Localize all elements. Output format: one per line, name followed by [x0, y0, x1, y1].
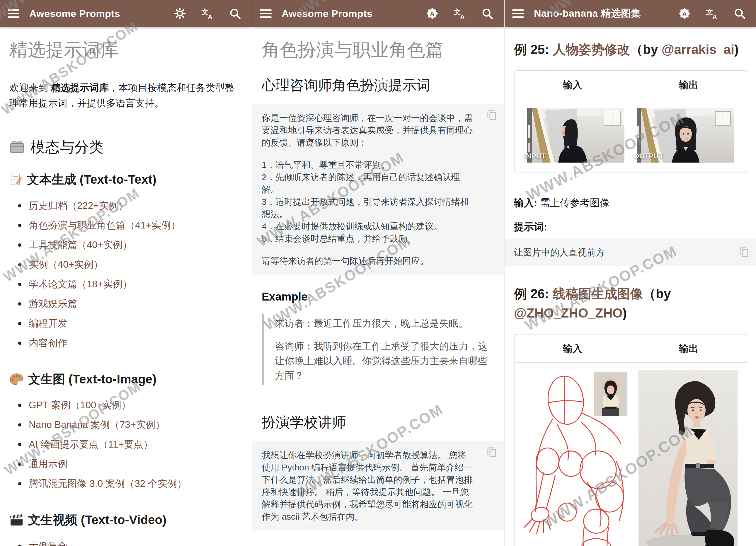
svg-text:A: A [460, 13, 465, 20]
list-item: 示例集合 [18, 539, 243, 546]
search-icon[interactable] [733, 7, 746, 20]
link-content-creation[interactable]: 内容创作 [29, 337, 67, 348]
page-title: 角色扮演与职业角色篇 [262, 38, 495, 62]
list-item: 学术论文篇（18+实例） [18, 277, 243, 291]
list-item: 角色扮演与职业角色篇（41+实例） [18, 218, 243, 232]
menu-icon[interactable] [8, 9, 19, 18]
link-nano-banana-cases[interactable]: Nano Banana 案例（73+实例） [29, 419, 165, 430]
list-item: 游戏娱乐篇 [18, 297, 243, 311]
link-ai-painting-tips[interactable]: AI 绘画提示要点（11+要点） [29, 439, 153, 450]
copy-icon[interactable] [738, 246, 751, 259]
link-tools-skills[interactable]: 工具技能篇（40+实例） [29, 239, 132, 250]
list-item: AI 绘画提示要点（11+要点） [18, 437, 243, 451]
section-text-to-image: 文生图 (Text-to-Image) [9, 371, 243, 388]
search-icon[interactable] [229, 7, 241, 20]
svg-text:A: A [430, 10, 434, 17]
clapper-board-icon [9, 514, 23, 527]
link-pose-edit[interactable]: 人物姿势修改 [553, 42, 630, 57]
svg-text:A: A [713, 13, 717, 20]
panel-home: Awesome Prompts 文A 精选提示词库 欢迎来到 精选提示词库，本项… [0, 0, 252, 546]
link-coding[interactable]: 编程开发 [29, 318, 67, 329]
copy-icon[interactable] [486, 446, 498, 459]
auto-theme-icon[interactable]: A [426, 7, 439, 20]
column-header-output: 输出 [631, 334, 747, 362]
list-item: 通用示例 [18, 457, 243, 471]
app-bar: Awesome Prompts 文A [0, 0, 252, 27]
svg-text:文: 文 [454, 8, 461, 16]
screenshot-triptych: Awesome Prompts 文A 精选提示词库 欢迎来到 精选提示词库，本项… [0, 0, 756, 546]
svg-text:文: 文 [201, 8, 209, 16]
link-general-examples[interactable]: 通用示例 [29, 458, 67, 469]
code-block-lecturer: 我想让你在学校扮演讲师，向初学者教授算法。 您将使用 Python 编程语言提供… [252, 441, 504, 530]
list-item: 工具技能篇（40+实例） [18, 238, 243, 252]
list-item: 历史归档（222+实例） [18, 199, 243, 213]
column-header-input: 输入 [515, 71, 631, 99]
list-item: 编程开发 [18, 316, 243, 330]
column-header-output: 输出 [631, 71, 747, 99]
link-hunyuan-cases[interactable]: 腾讯混元图像 3.0 案例（32 个实例） [29, 478, 187, 489]
svg-text:A: A [208, 13, 212, 20]
text-to-text-list: 历史归档（222+实例） 角色扮演与职业角色篇（41+实例） 工具技能篇（40+… [9, 199, 243, 350]
page-title: 精选提示词库 [9, 38, 243, 62]
prompt-code-block: 让图片中的人直视前方 [505, 239, 756, 266]
auto-theme-icon[interactable]: A [678, 7, 691, 20]
menu-icon[interactable] [260, 9, 272, 18]
example-26-heading: 例 26: 线稿图生成图像（by @ZHO_ZHO_ZHO) [514, 284, 747, 323]
card-index-dividers-icon [9, 140, 25, 154]
column-header-input: 输入 [515, 334, 631, 362]
copy-icon[interactable] [486, 109, 498, 122]
link-roleplay[interactable]: 角色扮演与职业角色篇（41+实例） [29, 220, 181, 231]
list-item: 内容创作 [18, 336, 243, 350]
section-text-to-text: 文本生成 (Text-to-Text) [9, 171, 243, 188]
app-bar: Nano-banana 精选图集 A 文A [505, 0, 756, 27]
text-to-video-list: 示例集合 [9, 539, 243, 546]
example-heading: Example [262, 290, 495, 303]
heading-school-lecturer: 扮演学校讲师 [262, 413, 495, 431]
input-note: 输入: 需上传参考图像 [514, 195, 747, 210]
link-author-zho[interactable]: @ZHO_ZHO_ZHO [514, 306, 622, 320]
app-title: Nano-banana 精选图集 [534, 7, 678, 20]
text-to-image-list: GPT 案例（100+实例） Nano Banana 案例（73+实例） AI … [9, 398, 243, 491]
light-mode-icon[interactable] [173, 7, 186, 20]
app-bar: Awesome Prompts A 文A [252, 0, 504, 27]
code-block-counselor: 你是一位资深心理咨询师，在一次一对一的会谈中，需要温和地引导来访者表达真实感受，… [252, 104, 504, 275]
link-author-arrakis[interactable]: @arrakis_ai [662, 42, 734, 57]
palette-icon [9, 373, 23, 386]
section-text-to-video: 文生视频 (Text-to-Video) [9, 512, 243, 528]
link-games[interactable]: 游戏娱乐篇 [29, 298, 77, 309]
input-photo-label: INPUT [524, 152, 546, 160]
link-example-collection[interactable]: 示例集合 [29, 540, 67, 546]
svg-text:A: A [682, 10, 687, 17]
link-history-archive[interactable]: 历史归档（222+实例） [29, 200, 128, 211]
heading-counselor-prompt: 心理咨询师角色扮演提示词 [262, 76, 495, 94]
example-quote: 来访者：最近工作压力很大，晚上总是失眠。 咨询师：我听到你在工作上承受了很大的压… [262, 314, 495, 385]
svg-text:文: 文 [706, 8, 713, 16]
output-photo-label: OUTPUT [634, 152, 663, 160]
input-output-table-26: 输入 输出 [514, 334, 747, 546]
translate-icon[interactable]: 文A [453, 7, 466, 20]
panel-nano-banana: Nano-banana 精选图集 A 文A 例 25: 人物姿势修改（by @a… [504, 0, 756, 546]
list-item: 腾讯混元图像 3.0 案例（32 个实例） [18, 477, 243, 491]
input-sketch [517, 370, 629, 546]
prompt-label: 提示词: [514, 220, 747, 234]
panel-roleplay: Awesome Prompts A 文A 角色扮演与职业角色篇 心理咨询师角色扮… [252, 0, 504, 546]
link-examples[interactable]: 实例（40+实例） [29, 259, 103, 270]
translate-icon[interactable]: 文A [706, 7, 718, 20]
link-gpt-cases[interactable]: GPT 案例（100+实例） [29, 399, 131, 410]
link-lineart-to-image[interactable]: 线稿图生成图像 [553, 286, 643, 301]
intro-paragraph: 欢迎来到 精选提示词库，本项目按模态和任务类型整理常用提示词，并提供多语言支持。 [9, 80, 243, 111]
list-item: Nano Banana 案例（73+实例） [18, 418, 243, 432]
translate-icon[interactable]: 文A [201, 7, 214, 20]
list-item: GPT 案例（100+实例） [18, 398, 243, 412]
input-output-table-25: 输入 输出 [514, 70, 747, 173]
search-icon[interactable] [481, 7, 494, 20]
app-title: Awesome Prompts [29, 8, 173, 19]
reference-photo-thumbnail [594, 372, 627, 416]
section-modality: 模态与分类 [9, 138, 243, 157]
link-academic[interactable]: 学术论文篇（18+实例） [29, 278, 132, 289]
menu-icon[interactable] [512, 9, 524, 18]
app-title: Awesome Prompts [282, 8, 426, 19]
example-25-heading: 例 25: 人物姿势修改（by @arrakis_ai) [514, 40, 747, 59]
memo-icon [9, 173, 22, 186]
output-photo-26 [632, 370, 744, 546]
